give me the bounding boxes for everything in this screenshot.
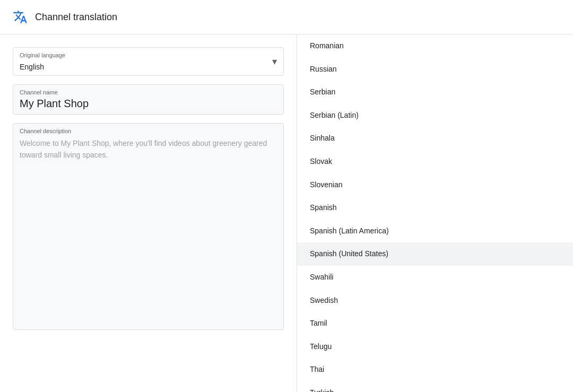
language-item-serbian-latin[interactable]: Serbian (Latin) — [297, 104, 573, 127]
language-list-panel[interactable]: RomanianRussianSerbianSerbian (Latin)Sin… — [297, 34, 573, 392]
main-container: Original language English ▾ Channel name… — [0, 34, 573, 392]
language-item-russian[interactable]: Russian — [297, 58, 573, 81]
left-panel: Original language English ▾ Channel name… — [0, 34, 297, 392]
language-item-romanian[interactable]: Romanian — [297, 34, 573, 58]
language-item-tamil[interactable]: Tamil — [297, 312, 573, 335]
language-item-turkish[interactable]: Turkish — [297, 381, 573, 392]
language-item-slovak[interactable]: Slovak — [297, 150, 573, 173]
channel-description-group: Channel description Welcome to My Plant … — [13, 123, 284, 330]
channel-description-textarea[interactable]: Channel description Welcome to My Plant … — [13, 123, 284, 330]
language-item-swahili[interactable]: Swahili — [297, 266, 573, 289]
channel-name-label: Channel name — [20, 89, 277, 95]
original-language-select[interactable]: Original language English ▾ — [13, 47, 284, 76]
language-list: RomanianRussianSerbianSerbian (Latin)Sin… — [297, 34, 573, 392]
translate-icon — [13, 10, 28, 24]
language-item-thai[interactable]: Thai — [297, 358, 573, 381]
page-title: Channel translation — [35, 12, 117, 23]
channel-description-value: Welcome to My Plant Shop, where you'll f… — [20, 137, 277, 161]
page-header: Channel translation — [0, 0, 573, 34]
original-language-group: Original language English ▾ — [13, 47, 284, 76]
chevron-down-icon: ▾ — [272, 56, 277, 67]
language-item-sinhala[interactable]: Sinhala — [297, 127, 573, 150]
language-item-swedish[interactable]: Swedish — [297, 289, 573, 312]
channel-name-value: My Plant Shop — [20, 98, 277, 110]
language-item-spanish[interactable]: Spanish — [297, 196, 573, 220]
original-language-label: Original language — [20, 52, 65, 58]
language-item-spanish-united-states[interactable]: Spanish (United States) — [297, 242, 573, 266]
channel-name-input[interactable]: Channel name My Plant Shop — [13, 84, 284, 115]
language-item-telugu[interactable]: Telugu — [297, 335, 573, 359]
language-item-spanish-latin-america[interactable]: Spanish (Latin America) — [297, 220, 573, 243]
language-item-serbian[interactable]: Serbian — [297, 81, 573, 104]
channel-description-label: Channel description — [20, 128, 277, 134]
channel-name-group: Channel name My Plant Shop — [13, 84, 284, 115]
language-item-slovenian[interactable]: Slovenian — [297, 173, 573, 197]
